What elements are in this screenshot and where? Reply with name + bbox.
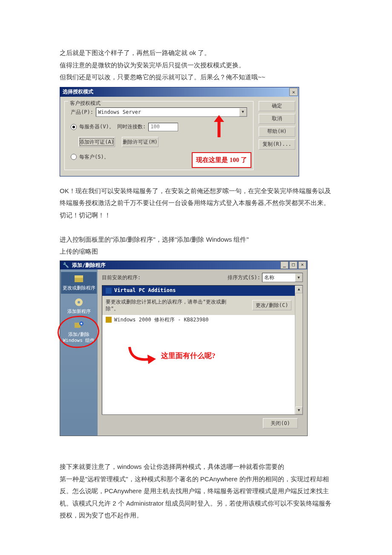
paragraph: 值得注意的是微软的协议为安装完毕后只提供一次授权模式更换。 (60, 59, 332, 72)
program-icon (106, 288, 112, 294)
close-icon[interactable]: ✕ (289, 88, 298, 96)
paragraph: 进入控制面板里的"添加/删除程序"，选择"添加/删除 Windows 组件" (60, 234, 332, 246)
chevron-down-icon[interactable]: ▼ (295, 273, 303, 282)
program-name: Windows 2000 修补程序 - KB823980 (114, 315, 208, 325)
help-button[interactable]: 帮助(H) (259, 127, 295, 137)
connections-field[interactable]: 100 (148, 123, 178, 131)
sidebar-item-change-remove[interactable]: 更改或删除程序 (61, 272, 97, 294)
dialog-title: 添加/删除程序 (72, 262, 106, 268)
groupbox-title: 客户授权模式 (68, 98, 102, 108)
close-icon[interactable]: ✕ (298, 261, 306, 269)
main-panel: 目前安装的程序: 排序方式(S): 名称 ▼ Virtual PC Additi (98, 269, 307, 436)
client-license-groupbox: 客户授权模式 产品(P): Windows Server ▼ 每服务器(V)。 … (64, 101, 254, 170)
annotation: 这里面有什么呢? (128, 345, 216, 367)
cancel-button[interactable]: 取消 (259, 114, 295, 124)
paragraph: 切记！切记啊！！ (60, 209, 332, 222)
program-icon (106, 317, 112, 323)
list-item[interactable]: Windows 2000 修补程序 - KB823980 (102, 315, 295, 324)
sidebar-item-label: 更改或删除程序 (63, 285, 95, 291)
per-server-radio[interactable] (71, 124, 77, 130)
programs-list: Virtual PC Additions 要更改或删除您计算机上的该程序，请单击… (102, 285, 303, 415)
change-remove-button[interactable]: 更改/删除(C) (252, 300, 291, 310)
delete-license-button[interactable]: 删除许可证(M) (122, 137, 159, 147)
paragraph: 接下来就要注意了，windows 会让你选择两种模式，具体选哪一种就看你需要的 (60, 461, 332, 473)
sort-combo[interactable]: 名称 ▼ (262, 273, 303, 282)
paragraph: OK！现在我们可以安装终端服务了，在安装之前俺还想罗嗦一句，在完全安装完毕终端服… (60, 185, 332, 209)
paragraph: 第一种是"远程管理模式"，这种模式和那个著名的 PCAnywhere 的作用的相… (60, 473, 332, 522)
scroll-up-icon[interactable]: ▲ (295, 286, 303, 293)
annotation-circle-icon (57, 315, 101, 349)
copy-button[interactable]: 复制(R)... (259, 139, 295, 150)
cd-icon (73, 297, 85, 307)
list-item[interactable]: Virtual PC Additions (102, 286, 295, 296)
minimize-icon[interactable]: _ (280, 261, 288, 269)
sidebar-item-add-new[interactable]: 添加新程序 (61, 295, 97, 317)
add-license-button[interactable]: 添加许可证(A) (78, 137, 115, 147)
paragraph: 上传的缩略图 (60, 246, 332, 258)
product-label: 产品(P): (71, 107, 93, 117)
ok-button[interactable]: 确定 (259, 101, 295, 111)
program-description: 要更改或删除您计算机上的该程序，请单击"更改或删除"。 (106, 298, 229, 313)
product-combo[interactable]: Windows Server ▼ (96, 107, 247, 117)
licensing-mode-dialog: 选择授权模式 ✕ 客户授权模式 产品(P): Windows Server ▼ … (60, 87, 299, 176)
sidebar-item-label: 添加新程序 (67, 309, 91, 314)
sort-label: 排序方式(S): (228, 273, 260, 283)
close-button[interactable]: 关闭(O) (263, 418, 298, 428)
sort-value: 名称 (264, 273, 274, 283)
per-client-radio[interactable] (71, 154, 77, 160)
paragraph: 但我们还是可以改，只要忽略它的提示就可以了。后果么？俺不知道哦~~ (60, 71, 332, 84)
scrollbar[interactable]: ▲ ▼ (295, 286, 303, 414)
maximize-icon[interactable]: □ (289, 261, 297, 269)
program-name: Virtual PC Additions (114, 286, 176, 295)
product-value: Windows Server (98, 107, 141, 117)
per-client-label: 每客户(S)。 (79, 152, 109, 162)
scroll-down-icon[interactable]: ▼ (295, 407, 303, 414)
paragraph: 之后就是下图这个样子了，再然后一路确定就 ok 了。 (60, 47, 332, 59)
sidebar: 更改或删除程序 添加新程序 添加/删除 Windows 组件 (60, 269, 98, 436)
annotation-arrow-icon (128, 345, 158, 367)
chevron-down-icon[interactable]: ▼ (239, 108, 247, 116)
installed-programs-label: 目前安装的程序: (102, 273, 141, 283)
sidebar-item-windows-components[interactable]: 添加/删除 Windows 组件 (61, 318, 97, 346)
svg-point-3 (78, 301, 80, 304)
svg-rect-1 (75, 275, 83, 278)
dialog-title: 选择授权模式 (63, 87, 93, 97)
add-remove-programs-dialog: 🔧 添加/删除程序 _ □ ✕ 更改或删除程序 添加新 (60, 260, 308, 436)
annotation-callout: 现在这里是 100 了 (192, 152, 251, 168)
program-description-row: 要更改或删除您计算机上的该程序，请单击"更改或删除"。 更改/删除(C) (102, 296, 295, 315)
dialog-titlebar: 选择授权模式 ✕ (60, 87, 299, 97)
box-icon (73, 274, 85, 284)
dialog-titlebar: 🔧 添加/删除程序 _ □ ✕ (60, 261, 307, 269)
per-server-label: 每服务器(V)。 同时连接数: (79, 122, 146, 132)
